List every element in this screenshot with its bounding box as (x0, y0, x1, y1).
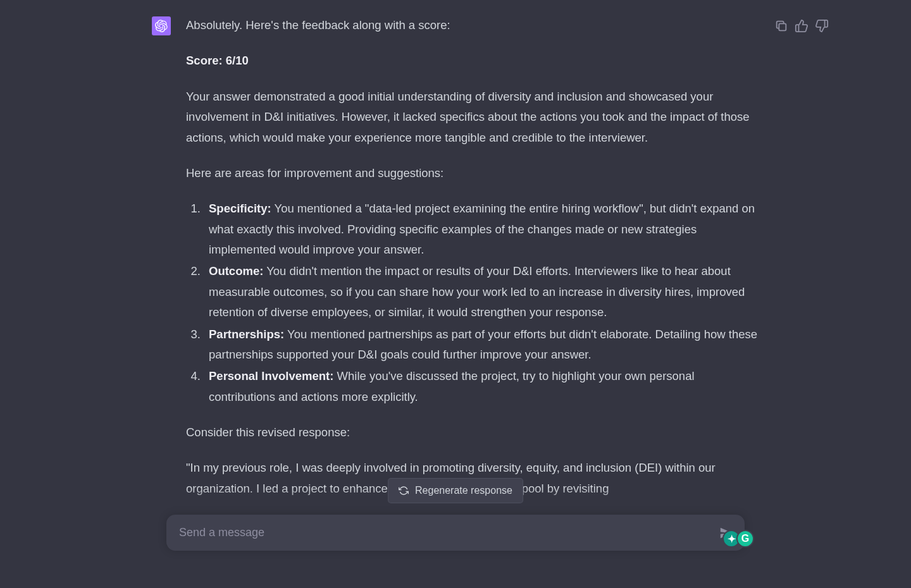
message-text: Absolutely. Here's the feedback along wi… (186, 15, 759, 514)
item-text: You didn't mention the impact or results… (209, 264, 745, 319)
refresh-icon (399, 486, 409, 496)
message-inner: Absolutely. Here's the feedback along wi… (152, 15, 759, 514)
grammarly-main-badge[interactable]: G (736, 530, 754, 548)
consider-text: Consider this revised response: (186, 422, 759, 443)
item-label: Personal Involvement: (209, 369, 333, 383)
copy-icon[interactable] (774, 19, 788, 33)
improvement-intro: Here are areas for improvement and sugge… (186, 163, 759, 183)
intro-text: Absolutely. Here's the feedback along wi… (186, 15, 759, 35)
regenerate-button[interactable]: Regenerate response (388, 478, 523, 503)
score-label: Score: 6/10 (186, 54, 249, 67)
grammarly-badges: ✦ G (722, 530, 754, 548)
score-line: Score: 6/10 (186, 51, 759, 71)
item-text: You mentioned partnerships as part of yo… (209, 328, 757, 361)
item-label: Partnerships: (209, 328, 284, 341)
svg-rect-0 (779, 23, 786, 30)
openai-icon (155, 20, 168, 32)
message-input[interactable] (179, 526, 709, 539)
item-label: Outcome: (209, 264, 263, 278)
list-item: Specificity: You mentioned a "data-led p… (204, 199, 759, 260)
list-item: Outcome: You didn't mention the impact o… (204, 261, 759, 322)
improvement-list: Specificity: You mentioned a "data-led p… (186, 199, 759, 407)
message-actions (774, 19, 829, 33)
thumbs-down-icon[interactable] (815, 19, 829, 33)
list-item: Partnerships: You mentioned partnerships… (204, 324, 759, 365)
item-text: You mentioned a "data-led project examin… (209, 202, 755, 256)
message-input-container[interactable] (166, 515, 745, 551)
regenerate-label: Regenerate response (415, 485, 512, 496)
list-item: Personal Involvement: While you've discu… (204, 366, 759, 407)
assistant-avatar (152, 16, 171, 35)
assistant-message: Absolutely. Here's the feedback along wi… (0, 0, 911, 529)
item-label: Specificity: (209, 202, 271, 215)
thumbs-up-icon[interactable] (795, 19, 809, 33)
feedback-paragraph: Your answer demonstrated a good initial … (186, 87, 759, 148)
